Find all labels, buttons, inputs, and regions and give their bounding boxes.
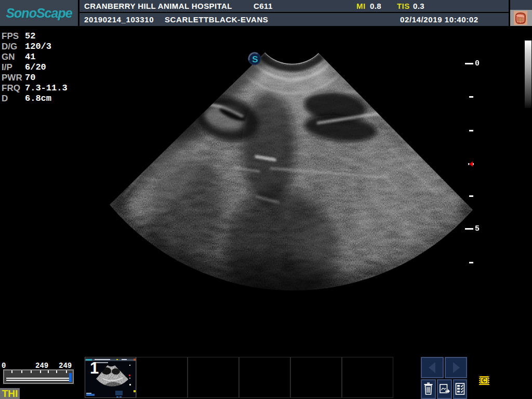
svg-text:S: S xyxy=(252,55,258,64)
